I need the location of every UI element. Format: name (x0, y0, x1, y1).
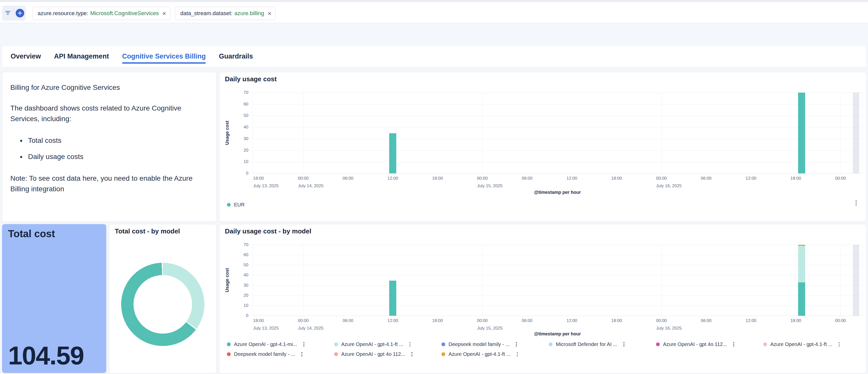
x-axis-tick-label: 06:00 (701, 176, 712, 181)
legend-label: Azure OpenAI - gpt 4o 112... (341, 351, 405, 357)
bar-segment[interactable] (798, 93, 805, 174)
gridline-horizontal (253, 150, 863, 151)
legend-color-dot (441, 352, 445, 356)
legend-item[interactable]: EUR (227, 202, 245, 208)
y-axis-tick-label: 10 (233, 159, 248, 164)
x-axis-date-label: July 13, 2025 (253, 184, 279, 188)
legend-item[interactable]: Deepseek model family - ... (227, 351, 334, 357)
legend-options-icon[interactable] (623, 342, 624, 346)
x-axis-title: @timestamp per hour (253, 331, 862, 337)
x-axis-tick-label: 12:00 (388, 176, 398, 181)
y-axis-tick-label: 40 (233, 273, 248, 278)
markdown-panel: Billing for Azure Cognitive Services The… (2, 72, 217, 222)
bar-chart-plot[interactable]: 01020304050607018:00July 13, 202500:00Ju… (253, 92, 863, 174)
metric-title: Total cost (8, 228, 55, 240)
x-axis-tick-label: 00:00 (298, 176, 309, 181)
total-cost-metric-panel: Total cost 104.59 (2, 224, 106, 373)
gridline-horizontal (253, 127, 863, 127)
top-strip (0, 0, 868, 2)
tab-bar: OverviewAPI ManagementCognitive Services… (2, 46, 866, 67)
x-axis-tick-label: 00:00 (298, 318, 309, 323)
x-axis-tick-label: 06:00 (522, 318, 533, 323)
x-axis-tick-label: 00:00 (477, 176, 488, 181)
legend-color-dot (227, 352, 231, 356)
panel-options-icon[interactable] (856, 200, 857, 206)
filter-pill-field: data_stream.dataset: (180, 10, 232, 17)
tab-guardrails[interactable]: Guardrails (219, 46, 253, 67)
x-axis-date-label: July 14, 2025 (298, 326, 323, 331)
y-axis-tick-label: 50 (233, 113, 248, 118)
bar-segment[interactable] (798, 245, 805, 246)
legend-color-dot (334, 342, 338, 346)
x-axis-title: @timestamp per hour (253, 190, 862, 195)
legend-label: Deepseek model family - ... (448, 341, 509, 347)
remove-filter-icon[interactable]: × (268, 10, 271, 17)
x-axis-date-label: July 14, 2025 (298, 184, 323, 188)
add-filter-button[interactable] (14, 5, 26, 21)
controls-band: SubscriptionsAnyResource GroupsAnyResour… (0, 23, 868, 46)
x-axis-tick-label: 18:00 (432, 176, 443, 181)
filter-pill[interactable]: azure.resource.type:Microsoft.CognitiveS… (32, 7, 170, 20)
legend-options-icon[interactable] (301, 352, 302, 356)
y-axis-tick-label: 20 (233, 148, 248, 153)
bar-segment[interactable] (798, 282, 805, 316)
remove-filter-icon[interactable]: × (162, 10, 166, 17)
legend-options-icon[interactable] (410, 342, 411, 346)
gridline-horizontal (253, 285, 863, 286)
markdown-heading: Billing for Azure Cognitive Services (10, 82, 200, 93)
legend-item[interactable]: Azure OpenAI - gpt-4.1-ft ... (334, 341, 441, 347)
y-axis-tick-label: 30 (233, 136, 248, 141)
gridline-horizontal (253, 306, 863, 306)
legend-item[interactable]: Microsoft Defender for AI ... (549, 341, 656, 347)
legend-options-icon[interactable] (411, 352, 412, 356)
bar-segment[interactable] (389, 281, 396, 316)
daily-usage-cost-panel: Daily usage cost Usage cost 010203040506… (219, 72, 867, 222)
filter-pill[interactable]: data_stream.dataset:azure.billing× (175, 7, 276, 20)
x-axis-tick-label: 06:00 (522, 176, 533, 181)
x-axis-tick-label: 12:00 (746, 318, 756, 323)
legend-options-icon[interactable] (733, 342, 734, 346)
legend-item[interactable]: Azure OpenAI - gpt-4.1-mi... (227, 341, 334, 347)
x-axis-date-label: July 16, 2025 (656, 184, 682, 188)
legend-color-dot (763, 342, 767, 346)
filter-pill-field: azure.resource.type: (38, 10, 88, 17)
x-axis-date-label: July 13, 2025 (253, 326, 279, 331)
legend-item[interactable]: Azure OpenAI - gpt-4.1-ft ... (441, 351, 549, 357)
x-axis-tick-label: 12:00 (746, 176, 756, 181)
legend-item[interactable]: Azure OpenAI - gpt 4o 112... (334, 351, 441, 357)
legend-row: Azure OpenAI - gpt-4.1-mi...Azure OpenAI… (227, 341, 868, 347)
x-axis-tick-label: 00:00 (835, 176, 846, 181)
bar-segment[interactable] (389, 133, 396, 174)
chart-title: Daily usage cost (225, 75, 277, 83)
tab-api-management[interactable]: API Management (54, 46, 109, 67)
partial-bucket-band (853, 245, 859, 316)
donut-chart[interactable] (121, 263, 205, 346)
daily-usage-cost-by-model-panel: Daily usage cost - by model Usage cost 0… (219, 224, 867, 374)
legend-item[interactable]: Deepseek model family - ... (441, 341, 549, 347)
legend-row: Deepseek model family - ...Azure OpenAI … (227, 351, 868, 357)
legend-item[interactable]: Azure OpenAI - gpt 4o 112... (656, 341, 763, 347)
bar-segment[interactable] (798, 246, 805, 282)
legend-item[interactable]: Azure OpenAI - gpt-4.1-ft ... (763, 341, 868, 347)
legend-options-icon[interactable] (516, 342, 517, 346)
legend-options-icon[interactable] (839, 342, 840, 346)
x-axis-tick-label: 18:00 (253, 176, 264, 181)
y-axis-tick-label: 30 (233, 283, 248, 288)
y-axis-title: Usage cost (224, 245, 230, 315)
legend-options-icon[interactable] (517, 352, 518, 356)
x-axis-date-label: July 15, 2025 (477, 326, 502, 331)
tab-cognitive-services-billing[interactable]: Cognitive Services Billing (122, 46, 206, 67)
x-axis-tick-label: 00:00 (477, 318, 488, 323)
x-axis-tick-label: 00:00 (656, 176, 667, 181)
filter-options-button[interactable] (2, 5, 14, 21)
x-axis-tick-label: 06:00 (342, 318, 353, 323)
legend-label: Azure OpenAI - gpt-4.1-ft ... (448, 351, 510, 357)
bar-chart-plot[interactable]: 01020304050607018:00July 13, 202500:00Ju… (253, 245, 863, 316)
donut-hole (133, 275, 192, 334)
tab-overview[interactable]: Overview (10, 46, 41, 67)
gridline-horizontal (253, 265, 863, 265)
legend-options-icon[interactable] (303, 342, 304, 346)
markdown-bullet: Daily usage costs (26, 151, 200, 162)
y-axis-tick-label: 60 (233, 102, 248, 107)
x-axis-tick-label: 12:00 (388, 318, 398, 323)
